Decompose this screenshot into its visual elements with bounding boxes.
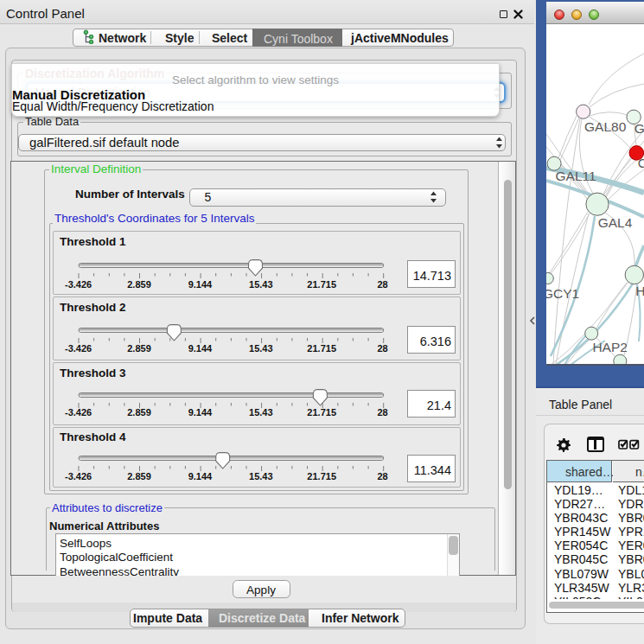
svg-text:GCY1: GCY1 bbox=[546, 286, 579, 301]
svg-text:GAL80: GAL80 bbox=[584, 119, 627, 134]
svg-text:GAL4: GAL4 bbox=[598, 215, 633, 230]
svg-text:H: H bbox=[635, 284, 644, 298]
svg-text:HAP2: HAP2 bbox=[592, 340, 628, 354]
svg-text:GAL11: GAL11 bbox=[556, 169, 596, 183]
svg-text:C: C bbox=[638, 156, 644, 170]
svg-text:GA: GA bbox=[634, 121, 644, 136]
